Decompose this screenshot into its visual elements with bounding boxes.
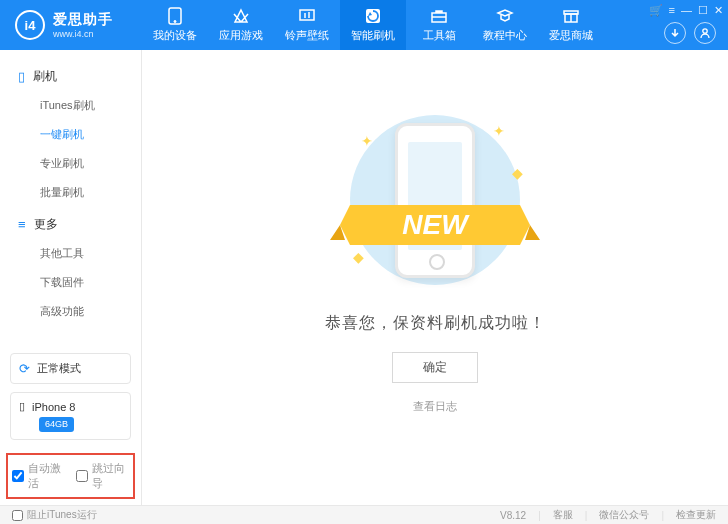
top-nav: 我的设备 应用游戏 铃声壁纸 智能刷机 工具箱 教程中心 爱思商城 [142,0,604,50]
svg-point-1 [174,21,176,23]
sidebar-group-more[interactable]: ≡ 更多 [18,210,123,239]
success-illustration: ✦ ✦ ◆ ◆ NEW [335,105,535,295]
success-message: 恭喜您，保资料刷机成功啦！ [325,313,546,334]
sidebar-pro-flash[interactable]: 专业刷机 [18,149,123,178]
device-selector[interactable]: ▯ iPhone 8 64GB [10,392,131,440]
maximize-icon[interactable]: ☐ [698,4,708,17]
flash-icon [363,7,383,25]
sparkle-icon: ✦ [361,133,373,149]
music-icon [297,7,317,25]
store-icon [561,7,581,25]
sidebar-group-flash[interactable]: ▯ 刷机 [18,62,123,91]
cart-icon[interactable]: 🛒 [649,4,663,17]
skip-guide-checkbox[interactable]: 跳过向导 [76,461,130,491]
settings-icon[interactable]: ≡ [669,4,675,17]
footer-update-link[interactable]: 检查更新 [676,508,716,522]
download-button[interactable] [664,22,686,44]
sidebar-itunes-flash[interactable]: iTunes刷机 [18,91,123,120]
close-icon[interactable]: ✕ [714,4,723,17]
logo-icon: i4 [15,10,45,40]
sidebar: ▯ 刷机 iTunes刷机 一键刷机 专业刷机 批量刷机 ≡ 更多 其他工具 下… [0,50,142,505]
apps-icon [231,7,251,25]
sparkle-icon: ✦ [493,123,505,139]
status-bar: 阻止iTunes运行 V8.12 | 客服 | 微信公众号 | 检查更新 [0,505,728,524]
block-itunes-checkbox[interactable]: 阻止iTunes运行 [12,508,97,522]
device-icon [165,7,185,25]
user-button[interactable] [694,22,716,44]
new-ribbon: NEW [330,190,540,274]
sidebar-batch-flash[interactable]: 批量刷机 [18,178,123,207]
sidebar-download-firmware[interactable]: 下载固件 [18,268,123,297]
sparkle-icon: ◆ [512,165,523,181]
confirm-button[interactable]: 确定 [392,352,478,383]
sidebar-one-click-flash[interactable]: 一键刷机 [18,120,123,149]
device-small-icon: ▯ [19,400,25,413]
svg-rect-2 [300,10,314,20]
svg-point-6 [703,29,707,33]
options-highlight-box: 自动激活 跳过向导 [6,453,135,499]
main-content: ✦ ✦ ◆ ◆ NEW 恭喜您，保资料刷机成功啦！ 确定 查看日志 [142,50,728,505]
refresh-icon: ⟳ [19,361,30,376]
footer-support-link[interactable]: 客服 [553,508,573,522]
header: i4 爱思助手 www.i4.cn 我的设备 应用游戏 铃声壁纸 智能刷机 工具… [0,0,728,50]
phone-icon: ▯ [18,69,25,84]
version-label: V8.12 [500,510,526,521]
sidebar-other-tools[interactable]: 其他工具 [18,239,123,268]
nav-apps[interactable]: 应用游戏 [208,0,274,50]
svg-text:NEW: NEW [402,209,470,240]
brand-name: 爱思助手 [53,11,113,29]
view-log-link[interactable]: 查看日志 [413,399,457,414]
nav-store[interactable]: 爱思商城 [538,0,604,50]
menu-icon: ≡ [18,217,26,232]
brand-url: www.i4.cn [53,29,113,39]
toolbox-icon [429,7,449,25]
nav-my-device[interactable]: 我的设备 [142,0,208,50]
mode-selector[interactable]: ⟳ 正常模式 [10,353,131,384]
sidebar-advanced[interactable]: 高级功能 [18,297,123,326]
footer-wechat-link[interactable]: 微信公众号 [599,508,649,522]
storage-badge: 64GB [39,417,74,432]
nav-tutorial[interactable]: 教程中心 [472,0,538,50]
tutorial-icon [495,7,515,25]
nav-toolbox[interactable]: 工具箱 [406,0,472,50]
minimize-icon[interactable]: — [681,4,692,17]
auto-activate-checkbox[interactable]: 自动激活 [12,461,66,491]
window-controls: 🛒 ≡ — ☐ ✕ [649,4,723,17]
app-logo: i4 爱思助手 www.i4.cn [0,10,142,40]
nav-ringtones[interactable]: 铃声壁纸 [274,0,340,50]
nav-smart-flash[interactable]: 智能刷机 [340,0,406,50]
